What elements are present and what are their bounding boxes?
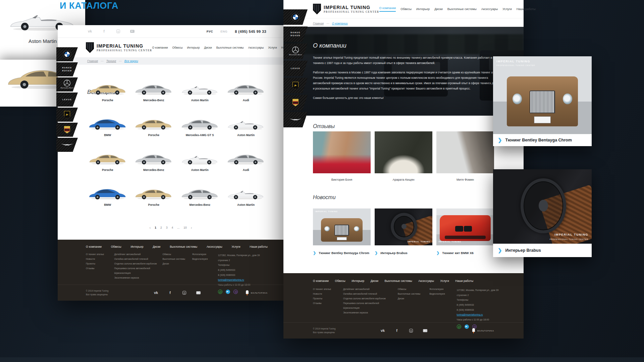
- youtube-icon[interactable]: [196, 291, 201, 295]
- footer-nav-about[interactable]: О компании: [313, 279, 329, 283]
- studio-credit[interactable]: МАЛЬТОРИКА: [472, 328, 494, 334]
- car-card-porsche[interactable]: Porsche: [85, 78, 131, 113]
- nav-exhaust[interactable]: Выхлопные системы: [447, 7, 477, 11]
- range-rover-badge[interactable]: RANGE ROVER: [56, 62, 78, 76]
- car-card-mercedes[interactable]: Mercedes-Benz: [177, 183, 223, 218]
- instagram-icon[interactable]: [181, 291, 187, 295]
- footer-nav-wheels[interactable]: Диски: [153, 245, 160, 248]
- youtube-icon[interactable]: [422, 328, 428, 333]
- vk-icon[interactable]: vk: [380, 328, 385, 333]
- nav-accessories[interactable]: Аксессуары: [481, 7, 498, 11]
- footer-nav-services[interactable]: Услуги: [231, 245, 240, 248]
- footer-nav-bodykits[interactable]: Обвесы: [335, 279, 345, 283]
- news-card-brabus[interactable]: IMPERIAL TUNING ❯Интерьер Brabus: [375, 208, 432, 255]
- car-card-audi[interactable]: Audi: [223, 148, 269, 183]
- porsche-badge[interactable]: [56, 123, 78, 137]
- bmw-badge[interactable]: [283, 9, 308, 25]
- car-card-porsche[interactable]: Porsche: [131, 113, 177, 148]
- nav-interior[interactable]: Интерьер: [187, 46, 200, 49]
- header-phone[interactable]: 8 (495) 545 99 33: [235, 29, 266, 34]
- car-card-bmw[interactable]: BMW: [85, 183, 131, 218]
- phone-1[interactable]: 8 (495) 5459933: [457, 303, 503, 308]
- car-card-porsche[interactable]: Porsche: [85, 148, 131, 183]
- car-card-aston[interactable]: Aston Martin: [223, 113, 269, 148]
- footer-nav-accessories[interactable]: Аксессуары: [418, 279, 434, 283]
- vk-icon[interactable]: vk: [87, 29, 93, 34]
- instagram-icon[interactable]: [115, 29, 121, 34]
- porsche-badge[interactable]: [283, 95, 308, 110]
- car-card-aston[interactable]: Aston Martin: [177, 78, 223, 113]
- lamborghini-badge[interactable]: [283, 78, 308, 93]
- site-logo[interactable]: IMPERIAL TUNING PROFESSIONAL TUNING CENT…: [313, 4, 379, 14]
- email-link[interactable]: tuning@imperialtuning.ru: [457, 312, 483, 317]
- page-next[interactable]: ›: [191, 226, 192, 230]
- nav-works[interactable]: Наши работы: [517, 7, 536, 11]
- nav-services[interactable]: Услуги: [502, 7, 512, 11]
- work-card-brabus[interactable]: IMPERIAL TUNING PROFESSIONAL TUNING CENT…: [493, 169, 592, 257]
- lang-eng[interactable]: ENG: [220, 30, 227, 33]
- page-prev[interactable]: ‹: [150, 226, 151, 230]
- bmw-badge[interactable]: [56, 47, 78, 61]
- nav-bodykits[interactable]: Обвесы: [172, 46, 183, 49]
- news-card-bentley[interactable]: IMPERIAL TUNING ❯Тюнинг Bentley Bentayga…: [313, 208, 371, 255]
- lexus-badge[interactable]: LEXUS: [283, 61, 308, 76]
- nav-interior[interactable]: Интерьер: [416, 7, 430, 11]
- nav-accessories[interactable]: Аксессуары: [248, 46, 264, 49]
- footer-nav-wheels[interactable]: Диски: [371, 279, 378, 283]
- footer-nav-bodykits[interactable]: Обвесы: [111, 245, 121, 248]
- nav-about[interactable]: О компании: [152, 46, 168, 49]
- car-card-amg-gts[interactable]: Mercedes-AMG GT S: [177, 113, 223, 148]
- footer-nav-works[interactable]: Наши работы: [250, 245, 268, 248]
- car-card-aston[interactable]: Aston Martin: [177, 148, 223, 183]
- aston-martin-badge[interactable]: [56, 138, 78, 152]
- mercedes-badge[interactable]: Mercedes-Benz: [283, 44, 308, 59]
- page-4[interactable]: 4: [171, 226, 173, 229]
- car-card-bmw[interactable]: BMW: [85, 113, 131, 148]
- review-card[interactable]: Виктория Боня: [313, 131, 371, 181]
- aston-martin-badge[interactable]: [283, 112, 308, 127]
- page-3[interactable]: 3: [166, 226, 168, 229]
- instagram-icon[interactable]: [408, 328, 414, 333]
- email-link[interactable]: tuning@imperialtuning.ru: [218, 278, 244, 283]
- page-10[interactable]: 10: [183, 226, 186, 229]
- footer-nav-interior[interactable]: Интерьер: [352, 279, 364, 283]
- phone-2[interactable]: 8 (926) 9089933: [218, 273, 270, 278]
- facebook-icon[interactable]: f: [167, 291, 173, 295]
- site-logo[interactable]: IMPERIAL TUNING PROFESSIONAL TUNING CENT…: [86, 42, 152, 53]
- facebook-icon[interactable]: f: [101, 29, 107, 34]
- car-card-porsche[interactable]: Porsche: [131, 183, 177, 218]
- footer-nav-accessories[interactable]: Аксессуары: [207, 245, 222, 248]
- nav-wheels[interactable]: Диски: [434, 7, 443, 11]
- phone-2[interactable]: 8 (926) 9089933: [457, 308, 503, 313]
- nav-exhaust[interactable]: Выхлопные системы: [216, 46, 244, 49]
- lexus-badge[interactable]: LEXUS: [56, 93, 78, 107]
- breadcrumb-tuning[interactable]: Тюнинг: [106, 59, 116, 63]
- breadcrumb-home[interactable]: Главная: [87, 59, 98, 63]
- nav-services[interactable]: Услуги: [268, 46, 277, 49]
- work-card-bentley[interactable]: IMPERIAL TUNING PROFESSIONAL TUNING CENT…: [493, 56, 592, 146]
- car-card-mercedes[interactable]: Mercedes-Benz: [131, 78, 177, 113]
- footer-nav-exhaust[interactable]: Выхлопные системы: [385, 279, 412, 283]
- lang-rus[interactable]: РУС: [207, 30, 213, 33]
- vk-icon[interactable]: vk: [153, 291, 159, 295]
- nav-wheels[interactable]: Диски: [204, 46, 212, 49]
- range-rover-badge[interactable]: RANGE ROVER: [283, 26, 308, 42]
- review-card[interactable]: Митя Фомин: [436, 131, 494, 181]
- car-card-aston[interactable]: Aston Martin: [223, 183, 269, 218]
- nav-bodykits[interactable]: Обвесы: [400, 7, 412, 11]
- footer-nav-interior[interactable]: Интерьер: [130, 245, 143, 248]
- breadcrumb-home[interactable]: Главная: [313, 22, 324, 25]
- page-2[interactable]: 2: [160, 226, 162, 229]
- phone-1[interactable]: 8 (495) 5459933: [218, 268, 270, 273]
- mercedes-badge[interactable]: Mercedes-Benz: [56, 77, 78, 92]
- facebook-icon[interactable]: f: [394, 328, 399, 333]
- page-1[interactable]: 1: [155, 226, 156, 229]
- footer-nav-works[interactable]: Наши работы: [455, 279, 473, 283]
- nav-about[interactable]: О компании: [379, 6, 396, 12]
- footer-nav-about[interactable]: О компании: [86, 245, 102, 248]
- footer-nav-exhaust[interactable]: Выхлопные системы: [170, 245, 197, 248]
- car-card-mercedes[interactable]: Mercedes-Benz: [131, 148, 177, 183]
- youtube-icon[interactable]: [129, 29, 135, 34]
- car-card-audi[interactable]: Audi: [223, 78, 269, 113]
- lamborghini-badge[interactable]: [56, 108, 78, 122]
